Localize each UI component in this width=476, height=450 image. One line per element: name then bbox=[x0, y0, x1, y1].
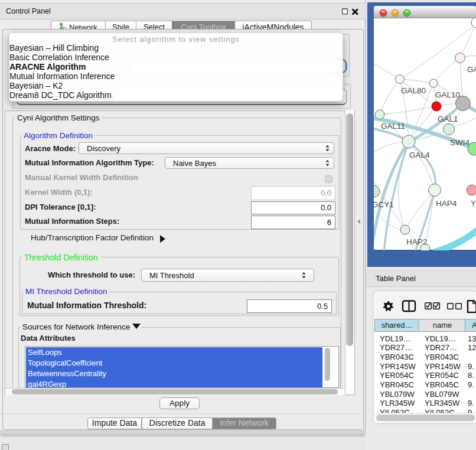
svg-text:GAL80: GAL80 bbox=[401, 86, 426, 95]
svg-text:GAL1: GAL1 bbox=[438, 115, 458, 123]
svg-text:SWI4: SWI4 bbox=[450, 138, 470, 147]
svg-text:HAP4: HAP4 bbox=[436, 199, 457, 208]
svg-text:GCY1: GCY1 bbox=[374, 200, 394, 209]
svg-text:GAL4: GAL4 bbox=[409, 151, 430, 159]
svg-text:GAL7: GAL7 bbox=[467, 65, 476, 74]
svg-text:Y: Y bbox=[471, 199, 476, 208]
svg-text:GAL10: GAL10 bbox=[435, 90, 460, 99]
svg-text:GAL11: GAL11 bbox=[381, 122, 405, 131]
svg-text:HAP2: HAP2 bbox=[406, 237, 427, 246]
